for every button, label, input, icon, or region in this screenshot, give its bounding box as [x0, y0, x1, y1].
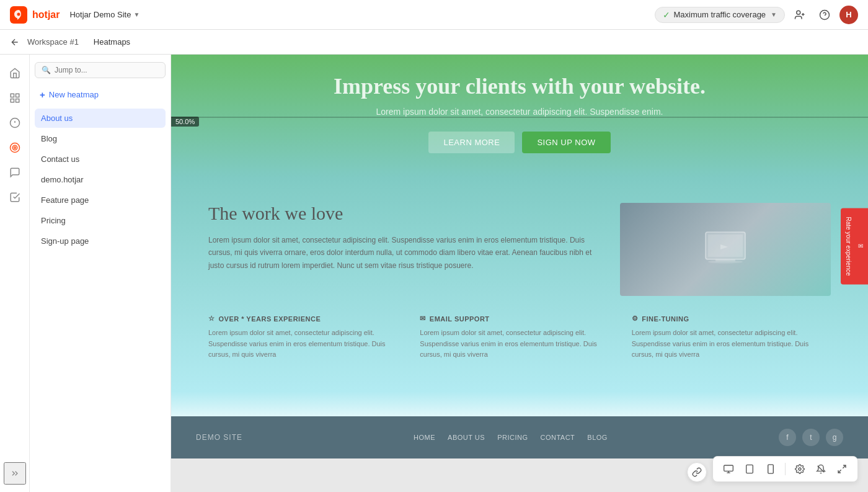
page-list-sidebar: 🔍 + New heatmap About us Blog Contact us… — [30, 55, 171, 492]
traffic-coverage-selector[interactable]: ✓ Maximum traffic coverage ▼ — [655, 7, 786, 23]
feature-item-experience: ☆ OVER * YEARS EXPERIENCE Lorem ipsum do… — [208, 315, 407, 360]
back-button[interactable] — [10, 37, 20, 47]
expand-sidebar-button[interactable] — [4, 462, 26, 485]
icon-sidebar — [0, 55, 30, 492]
workspace-label: Workspace #1 — [27, 37, 79, 47]
notifications-toolbar-button[interactable] — [812, 460, 830, 478]
footer-nav-contact[interactable]: CONTACT — [540, 434, 575, 441]
insights-icon-btn[interactable] — [4, 112, 26, 134]
feature-item-email: ✉ EMAIL SUPPORT Lorem ipsum dolor sit am… — [420, 315, 619, 360]
google-icon[interactable]: g — [826, 429, 843, 446]
feature-experience-title: ☆ OVER * YEARS EXPERIENCE — [208, 315, 407, 323]
about-body: Lorem ipsum dolor sit amet, consectetur … — [208, 234, 595, 272]
logo[interactable]: hotjar — [10, 6, 60, 24]
svg-point-2 — [797, 11, 800, 14]
page-list-item-signup-page[interactable]: Sign-up page — [35, 231, 166, 251]
page-list-item-pricing[interactable]: Pricing — [35, 211, 166, 230]
traffic-coverage-label: Maximum traffic coverage — [674, 10, 766, 19]
footer-section: DEMO SITE HOME ABOUT US PRICING CONTACT … — [171, 416, 868, 458]
recordings-icon-btn[interactable] — [4, 161, 26, 184]
hotjar-logo-icon — [10, 6, 27, 24]
top-navigation: hotjar Hotjar Demo Site ▼ ✓ Maximum traf… — [0, 0, 868, 30]
settings-toolbar-button[interactable] — [790, 460, 809, 478]
footer-nav-about[interactable]: ABOUT US — [448, 434, 485, 441]
new-heatmap-button[interactable]: + New heatmap — [35, 86, 166, 104]
feature-item-finetuning: ⚙ FINE-TUNING Lorem ipsum dolor sit amet… — [632, 315, 831, 360]
expand-toolbar-button[interactable] — [833, 460, 851, 478]
rate-experience-tab[interactable]: Rate your experience ✉ — [841, 208, 868, 284]
check-icon: ✓ — [663, 10, 670, 20]
plus-icon: + — [40, 89, 45, 100]
help-button[interactable] — [815, 5, 835, 25]
about-image — [620, 203, 831, 296]
search-box[interactable]: 🔍 — [35, 62, 166, 78]
svg-point-16 — [14, 147, 16, 149]
main-layout: 🔍 + New heatmap About us Blog Contact us… — [0, 55, 868, 492]
site-selector-caret: ▼ — [133, 11, 140, 18]
footer-nav-home[interactable]: HOME — [414, 434, 435, 441]
svg-rect-18 — [708, 235, 743, 257]
email-icon: ✉ — [420, 315, 426, 323]
hotjar-logo-text: hotjar — [32, 9, 60, 20]
new-heatmap-label: New heatmap — [49, 90, 99, 99]
device-toolbar — [712, 456, 858, 482]
add-user-button[interactable] — [790, 5, 810, 25]
transition-section — [171, 391, 868, 416]
page-list-item-about-us[interactable]: About us — [35, 109, 166, 128]
svg-point-29 — [799, 468, 801, 470]
footer-logo: DEMO SITE — [196, 433, 242, 442]
about-grid: The work we love Lorem ipsum dolor sit a… — [208, 203, 831, 296]
svg-point-1 — [17, 12, 20, 16]
svg-rect-22 — [724, 465, 733, 471]
user-avatar[interactable]: H — [839, 6, 858, 24]
home-icon-btn[interactable] — [4, 62, 26, 84]
website-preview-area: 50.0% Impress your clients with your web… — [171, 55, 868, 492]
experience-icon: ☆ — [208, 315, 215, 323]
hero-title: Impress your clients with your website. — [184, 73, 856, 99]
about-section: The work we love Lorem ipsum dolor sit a… — [171, 178, 868, 391]
dashboard-icon-btn[interactable] — [4, 87, 26, 109]
email-title-text: EMAIL SUPPORT — [430, 315, 490, 323]
feature-experience-body: Lorem ipsum dolor sit amet, consectetur … — [208, 328, 407, 360]
traffic-caret-icon: ▼ — [771, 11, 777, 18]
desktop-view-button[interactable] — [719, 460, 738, 478]
breadcrumb-bar: Workspace #1 Heatmaps — [0, 30, 868, 55]
footer-nav-blog[interactable]: BLOG — [587, 434, 608, 441]
sign-up-button[interactable]: SIGN UP NOW — [522, 132, 610, 153]
about-title: The work we love — [208, 203, 595, 224]
surveys-icon-btn[interactable] — [4, 186, 26, 208]
rate-experience-label: Rate your experience — [845, 217, 852, 275]
learn-more-button[interactable]: LEARN MORE — [428, 132, 515, 153]
feature-email-title: ✉ EMAIL SUPPORT — [420, 315, 619, 323]
svg-rect-8 — [16, 94, 19, 97]
finetuning-icon: ⚙ — [632, 315, 639, 323]
footer-social: f t g — [779, 429, 843, 446]
feature-finetuning-title: ⚙ FINE-TUNING — [632, 315, 831, 323]
svg-point-14 — [10, 143, 19, 153]
mobile-view-button[interactable] — [761, 460, 780, 478]
heatmap-icon-btn[interactable] — [4, 136, 26, 159]
divider-line — [171, 117, 868, 118]
svg-point-15 — [12, 145, 17, 150]
page-list-item-contact-us[interactable]: Contact us — [35, 150, 166, 169]
svg-rect-7 — [11, 94, 14, 97]
page-list-item-feature-page[interactable]: Feature page — [35, 190, 166, 210]
percentage-badge: 50.0% — [171, 117, 199, 127]
toolbar-divider — [785, 463, 786, 475]
hero-buttons: LEARN MORE SIGN UP NOW — [184, 132, 856, 153]
site-selector[interactable]: Hotjar Demo Site ▼ — [69, 10, 140, 19]
page-list-item-blog[interactable]: Blog — [35, 129, 166, 148]
search-input[interactable] — [55, 66, 159, 74]
twitter-icon[interactable]: t — [802, 429, 820, 446]
website-preview: 50.0% Impress your clients with your web… — [171, 55, 868, 492]
link-copy-button[interactable] — [687, 462, 707, 482]
facebook-icon[interactable]: f — [779, 429, 796, 446]
about-text: The work we love Lorem ipsum dolor sit a… — [208, 203, 595, 272]
footer-nav-pricing[interactable]: PRICING — [497, 434, 528, 441]
tablet-view-button[interactable] — [740, 460, 759, 478]
site-name-label: Hotjar Demo Site — [69, 10, 131, 19]
svg-rect-10 — [11, 99, 14, 102]
rate-experience-mail-icon: ✉ — [857, 243, 864, 249]
page-list-item-demo-hotjar[interactable]: demo.hotjar — [35, 170, 166, 189]
feature-email-body: Lorem ipsum dolor sit amet, consectetur … — [420, 328, 619, 360]
